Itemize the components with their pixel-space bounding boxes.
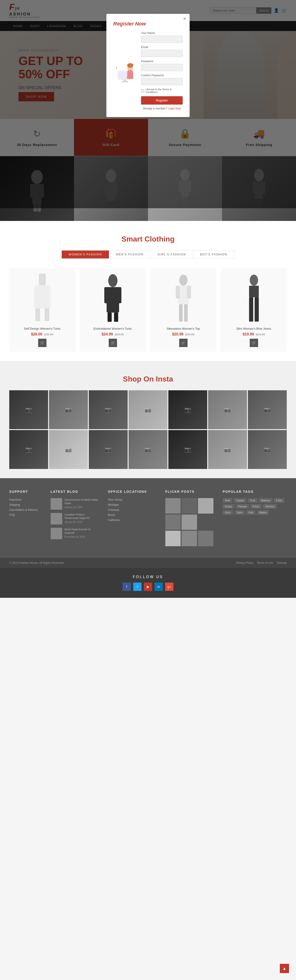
support-shipping[interactable]: Shipping <box>9 503 41 506</box>
support-returns[interactable]: Cancellation & Returns <box>9 508 41 512</box>
footer-nav: Privacy Policy Terms of Use Sitemap <box>236 561 287 565</box>
tag-capital[interactable]: Capital <box>234 498 246 503</box>
flickr-item-9[interactable] <box>198 531 213 546</box>
footer-flickr: FLICKR POSTS <box>166 490 213 546</box>
footer-sitemap[interactable]: Sitemap <box>277 561 287 565</box>
form-group-name: Your Name <box>141 32 183 43</box>
flickr-item-8[interactable] <box>181 531 197 546</box>
flickr-item-7[interactable] <box>166 531 181 546</box>
footer-office: OFFICE LOCATIONS New Jersey Michigan Col… <box>108 490 156 546</box>
twitter-icon[interactable]: t <box>133 582 142 591</box>
blog-title: LATEST BLOG <box>51 490 99 493</box>
flickr-item-1[interactable] <box>166 498 181 514</box>
tag-placeat[interactable]: Placeat <box>236 504 249 509</box>
insta-item-8[interactable]: 📷 <box>9 430 48 469</box>
footer-terms[interactable]: Terms of Use <box>257 561 273 565</box>
confirm-input[interactable] <box>141 78 183 85</box>
insta-item-4[interactable]: 📷 <box>129 390 167 429</box>
tag-makeup[interactable]: Makeup <box>259 498 272 503</box>
modal-form: Your Name Email Password Confirm Passwor… <box>141 32 183 110</box>
blog-thumb-1 <box>51 498 62 510</box>
svg-rect-25 <box>34 285 51 309</box>
tag-mighty[interactable]: Mighty <box>257 510 269 515</box>
office-title: OFFICE LOCATIONS <box>108 490 156 493</box>
tag-fruit[interactable]: Fruit <box>248 498 257 503</box>
flickr-item-6[interactable] <box>198 514 213 530</box>
office-location-2: Michigan <box>108 503 156 506</box>
tab-boys-fashion[interactable]: BOY'S FASHION <box>193 251 234 258</box>
insta-item-10[interactable]: 📷 <box>89 430 128 469</box>
support-faq[interactable]: FAQ <box>9 513 41 517</box>
support-payments[interactable]: Payments <box>9 498 41 501</box>
svg-point-28 <box>108 274 118 287</box>
tag-felk[interactable]: Felk <box>246 510 256 515</box>
tag-estm[interactable]: Estm <box>223 510 233 515</box>
insta-item-11[interactable]: 📷 <box>129 430 167 469</box>
terms-checkbox-row: I Accept to the Terms & Conditions <box>141 88 183 94</box>
register-button[interactable]: Register <box>141 96 183 105</box>
category-tabs: WOMEN'S FASHION MEN'S FASHION GIRL'S FAS… <box>62 250 234 259</box>
price-old-3: $26.00 <box>185 332 194 336</box>
tag-vehicles[interactable]: Yehicles <box>263 504 277 509</box>
flickr-item-4[interactable] <box>166 514 181 530</box>
linkedin-icon[interactable]: in <box>154 582 163 591</box>
insta-item-5[interactable]: 📷 <box>168 390 207 429</box>
insta-item-14[interactable]: 📷 <box>248 430 287 469</box>
svg-text:★: ★ <box>116 67 117 69</box>
product-prices-2: $24.99 $29.00 <box>84 332 141 336</box>
insta-item-13[interactable]: 📷 <box>208 430 247 469</box>
product-image-4 <box>226 272 282 323</box>
add-to-cart-3[interactable]: 🛒 <box>179 339 188 347</box>
insta-title: Shop On Insta <box>9 375 287 383</box>
blog-item-2: Curabitur Pretium Temporicello Dapici Et… <box>51 513 99 525</box>
login-link[interactable]: Login Now <box>168 107 181 110</box>
youtube-icon[interactable]: ▶ <box>144 582 152 591</box>
office-location-3: Colorado <box>108 508 156 512</box>
tab-mens-fashion[interactable]: MEN'S FASHION <box>109 251 151 258</box>
flickr-item-2[interactable] <box>181 498 197 514</box>
register-modal: ✕ Register Now <box>107 14 189 117</box>
password-input[interactable] <box>141 64 183 71</box>
tag-style[interactable]: Style <box>234 510 245 515</box>
svg-point-40 <box>250 275 258 286</box>
product-name-3: Sleeveless Women's Top <box>155 327 212 330</box>
insta-item-9[interactable]: 📷 <box>49 430 88 469</box>
form-group-password: Password <box>141 60 183 71</box>
name-input[interactable] <box>141 36 183 43</box>
footer-top: SUPPORT Payments Shipping Cancellation &… <box>0 478 296 558</box>
product-image-2 <box>84 272 141 323</box>
tab-womens-fashion[interactable]: WOMEN'S FASHION <box>62 251 109 258</box>
svg-rect-26 <box>35 309 40 321</box>
insta-item-7[interactable]: 📷 <box>248 390 287 429</box>
terms-checkbox[interactable] <box>141 89 144 92</box>
insta-item-6[interactable]: 📷 <box>208 390 247 429</box>
add-to-cart-1[interactable]: 🛒 <box>38 339 46 347</box>
add-to-cart-2[interactable]: 🛒 <box>109 339 117 347</box>
modal-body: ♥ ★ Your Name Email Password <box>113 32 183 110</box>
footer-tags: POPULAR TAGS Ariel Capital Fruit Makeup … <box>223 490 287 546</box>
insta-item-1[interactable]: 📷 <box>9 390 48 429</box>
confirm-label: Confirm Password <box>141 74 183 77</box>
tab-girls-fashion[interactable]: GIRL'S FASHION <box>151 251 193 258</box>
facebook-icon[interactable]: f <box>123 582 131 591</box>
tag-eater[interactable]: Eater <box>274 498 285 503</box>
footer-privacy[interactable]: Privacy Policy <box>236 561 253 565</box>
add-to-cart-4[interactable]: 🛒 <box>250 339 258 347</box>
tag-ariel[interactable]: Ariel <box>223 498 232 503</box>
tag-press[interactable]: Press <box>250 504 261 509</box>
modal-close-button[interactable]: ✕ <box>183 16 186 21</box>
price-old-2: $29.00 <box>115 332 124 336</box>
flickr-item-5[interactable] <box>181 514 197 530</box>
flickr-item-3[interactable] <box>198 498 213 514</box>
tags-title: POPULAR TAGS <box>223 490 287 493</box>
tag-empty[interactable]: Empty <box>223 504 234 509</box>
insta-item-12[interactable]: 📷 <box>168 430 207 469</box>
googleplus-icon[interactable]: g+ <box>165 582 173 591</box>
office-location-4: Brazil <box>108 513 156 517</box>
modal-title: Register Now <box>113 21 183 27</box>
insta-item-2[interactable]: 📷 <box>49 390 88 429</box>
price-current-1: $28.00 <box>31 332 42 336</box>
insta-item-3[interactable]: 📷 <box>89 390 128 429</box>
email-input[interactable] <box>141 50 183 57</box>
svg-rect-33 <box>114 313 118 322</box>
